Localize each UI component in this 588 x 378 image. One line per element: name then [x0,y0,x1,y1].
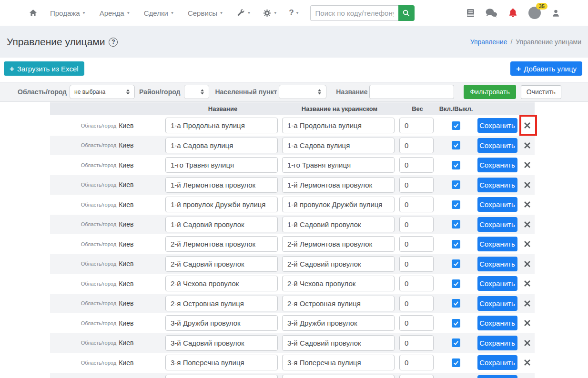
save-button[interactable]: Сохранить [477,276,517,291]
street-name-ua-input[interactable] [282,217,395,232]
menu-item-rent[interactable]: Аренда▾ [100,9,130,17]
filter-button[interactable]: Фильтровать [464,85,516,99]
delete-button[interactable] [524,201,531,208]
weight-input[interactable] [399,375,434,378]
delete-button[interactable] [524,181,531,189]
street-name-input[interactable] [165,217,278,232]
enabled-checkbox[interactable] [452,259,460,268]
delete-button[interactable] [524,161,531,169]
save-button[interactable]: Сохранить [477,257,517,271]
save-button[interactable]: Сохранить [477,197,517,212]
street-name-input[interactable] [165,157,278,173]
delete-button[interactable] [524,221,531,228]
load-excel-button[interactable]: + Загрузить из Excel [4,61,84,76]
enabled-checkbox[interactable] [452,180,460,189]
delete-button[interactable] [524,142,531,149]
street-name-input[interactable] [165,197,278,212]
street-name-input[interactable] [165,256,278,272]
add-street-button[interactable]: + Добавить улицу [510,61,582,76]
street-name-input[interactable] [165,315,278,331]
weight-input[interactable] [399,157,434,173]
delete-button[interactable] [524,300,531,307]
book-icon[interactable] [466,9,475,18]
street-name-ua-input[interactable] [282,315,395,331]
enabled-checkbox[interactable] [452,299,460,308]
weight-input[interactable] [399,236,434,252]
street-name-ua-input[interactable] [282,177,395,193]
save-button[interactable]: Сохранить [477,178,517,192]
delete-button[interactable] [524,240,531,248]
weight-input[interactable] [399,217,434,232]
weight-input[interactable] [399,335,434,351]
search-input[interactable] [310,5,398,21]
help-menu[interactable]: ? ▾ [289,8,298,18]
save-button[interactable]: Сохранить [477,118,517,133]
tools-menu[interactable]: ▾ [237,9,250,17]
street-name-input[interactable] [165,335,278,351]
enabled-checkbox[interactable] [452,338,460,347]
menu-item-deals[interactable]: Сделки▾ [144,9,173,17]
weight-input[interactable] [399,315,434,331]
enabled-checkbox[interactable] [452,358,460,367]
street-name-input[interactable] [165,177,278,193]
street-name-ua-input[interactable] [282,256,395,272]
street-name-ua-input[interactable] [282,197,395,212]
save-button[interactable]: Сохранить [477,296,517,311]
save-button[interactable]: Сохранить [477,158,517,172]
clear-button[interactable]: Очистить [521,85,561,99]
weight-input[interactable] [399,256,434,272]
search-button[interactable] [398,5,415,21]
street-name-input[interactable] [165,118,278,133]
enabled-checkbox[interactable] [452,161,460,169]
breadcrumb-parent-link[interactable]: Управление [470,38,507,46]
delete-button[interactable] [524,339,531,347]
street-name-input[interactable] [165,276,278,291]
user-avatar[interactable]: 35 [528,7,541,19]
street-name-input[interactable] [165,236,278,252]
street-name-ua-input[interactable] [282,355,395,370]
menu-item-services[interactable]: Сервисы▾ [188,9,223,17]
settings-menu[interactable]: ▾ [263,9,276,18]
save-button[interactable]: Сохранить [477,355,517,370]
bell-icon[interactable] [508,8,518,18]
save-button[interactable]: Сохранить [477,217,517,232]
weight-input[interactable] [399,197,434,212]
enabled-checkbox[interactable] [452,319,460,328]
delete-button[interactable] [524,319,531,327]
save-button[interactable]: Сохранить [477,138,517,153]
enabled-checkbox[interactable] [452,240,460,249]
weight-input[interactable] [399,355,434,370]
delete-button[interactable] [524,359,531,366]
street-name-ua-input[interactable] [282,335,395,351]
district-select[interactable] [184,85,209,99]
delete-button[interactable] [524,280,531,287]
street-name-input[interactable] [165,375,278,378]
name-filter-input[interactable] [369,85,454,99]
street-name-input[interactable] [165,138,278,153]
save-button[interactable]: Сохранить [477,237,517,251]
weight-input[interactable] [399,118,434,133]
enabled-checkbox[interactable] [452,141,460,149]
delete-button[interactable] [524,260,531,268]
weight-input[interactable] [399,177,434,193]
weight-input[interactable] [399,276,434,291]
save-button[interactable]: Сохранить [477,336,517,350]
page-help-icon[interactable]: ? [109,38,118,47]
menu-item-sales[interactable]: Продажа▾ [50,9,85,17]
enabled-checkbox[interactable] [452,200,460,209]
street-name-ua-input[interactable] [282,157,395,173]
delete-button[interactable] [524,122,531,129]
weight-input[interactable] [399,296,434,311]
chat-icon[interactable] [485,8,497,18]
save-button[interactable]: Сохранить [477,316,517,330]
enabled-checkbox[interactable] [452,279,460,288]
street-name-input[interactable] [165,355,278,370]
enabled-checkbox[interactable] [452,220,460,229]
weight-input[interactable] [399,138,434,153]
settlement-select[interactable] [279,85,326,99]
enabled-checkbox[interactable] [452,121,460,130]
street-name-ua-input[interactable] [282,138,395,153]
street-name-ua-input[interactable] [282,296,395,311]
person-icon[interactable] [551,9,560,18]
street-name-ua-input[interactable] [282,118,395,133]
